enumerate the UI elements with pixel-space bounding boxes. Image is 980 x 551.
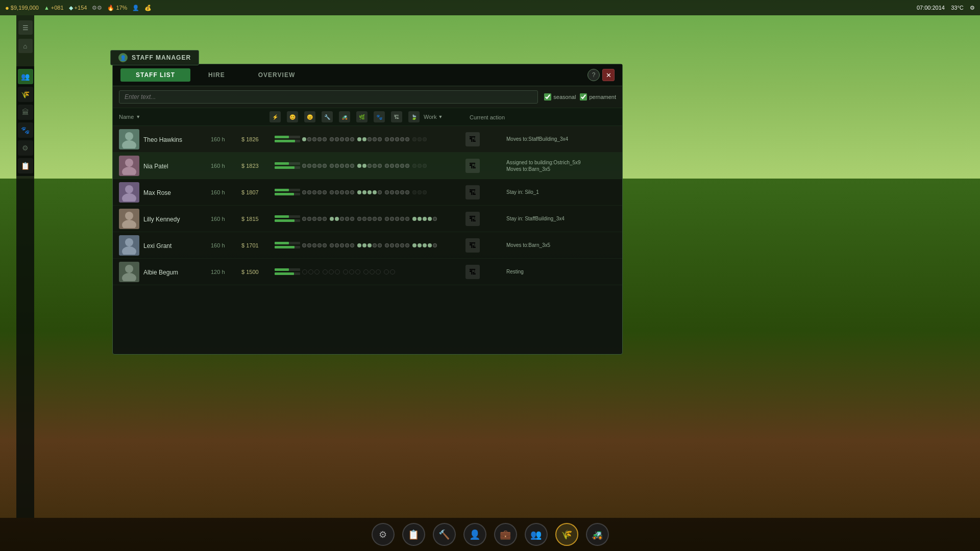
staff-hours: 160 h <box>211 216 241 222</box>
sidebar-btn-building[interactable]: 🏛 <box>18 105 33 120</box>
col-icon-build[interactable]: 🏗 <box>391 111 402 122</box>
bottom-btn-settings[interactable]: ⚙ <box>372 523 395 546</box>
staff-row[interactable]: Theo Hawkins 160 h $ 1826 <box>113 126 622 153</box>
col-header-action: Current action <box>470 112 616 121</box>
col-name-sort[interactable]: ▼ <box>136 114 140 119</box>
tab-hire[interactable]: HIRE <box>193 68 240 82</box>
sidebar-btn-education[interactable]: 📋 <box>18 158 33 173</box>
bottom-btn-build[interactable]: 🔨 <box>433 523 456 546</box>
bottom-btn-finance[interactable]: 💼 <box>494 523 517 546</box>
staff-name: Albie Begum <box>143 269 178 276</box>
dialog-title-icon: 👤 <box>118 53 128 62</box>
staff-name-cell: Theo Hawkins <box>143 135 211 144</box>
col-icon-drive[interactable]: 🚜 <box>339 111 350 122</box>
seasonal-label: seasonal <box>553 94 576 100</box>
sidebar-btn-animal[interactable]: 🐾 <box>18 122 33 138</box>
sidebar-btn-farm[interactable]: 🌾 <box>18 87 33 102</box>
dot-ratings <box>302 217 465 221</box>
col-icon-animal[interactable]: 🐾 <box>374 111 385 122</box>
search-input[interactable] <box>119 90 538 104</box>
help-button[interactable]: ? <box>587 69 600 81</box>
col-action-label: Current action <box>470 114 505 120</box>
action-text: Assigned to building:Ostrich_5x9 Moves t… <box>506 159 581 172</box>
work-cell: 🏗 <box>465 265 506 279</box>
svg-point-0 <box>125 132 133 140</box>
staff-row[interactable]: Lilly Kennedy 160 h $ 1815 🏗 <box>113 206 622 232</box>
work-building-icon: 🏗 <box>465 238 480 253</box>
staff-hours: 160 h <box>211 242 241 248</box>
stat-bars <box>275 162 300 169</box>
staff-salary: $ 1823 <box>241 163 275 169</box>
bottom-btn-notes[interactable]: 📋 <box>402 523 425 546</box>
tab-overview[interactable]: OVERVIEW <box>243 68 310 82</box>
col-icon-tool[interactable]: 🔧 <box>322 111 333 122</box>
avatar <box>119 182 139 203</box>
hud-res2: ◆ +154 <box>69 5 87 11</box>
action-cell: Stay in: Silo_1 <box>506 189 616 195</box>
filter-seasonal: seasonal <box>544 93 576 101</box>
action-cell: Assigned to building:Ostrich_5x9 Moves t… <box>506 159 616 172</box>
col-work-sort[interactable]: ▼ <box>438 114 443 119</box>
hud-currency: ● $9,199,000 <box>5 4 39 12</box>
avatar <box>119 209 139 229</box>
svg-point-11 <box>122 273 136 281</box>
dialog-body: seasonal pernament Name ▼ ⚡ <box>113 86 622 354</box>
dialog-title: STAFF MANAGER <box>132 54 191 61</box>
staff-name-cell: Lexi Grant <box>143 241 211 250</box>
bottom-btn-farm[interactable]: 🌾 <box>555 523 578 546</box>
col-work-label: Work <box>424 114 436 120</box>
hud-time: 07:00:2014 33°C ⚙ <box>917 5 975 11</box>
staff-hours: 160 h <box>211 136 241 142</box>
col-icon-plant[interactable]: 🌿 <box>356 111 368 122</box>
work-building-icon: 🏗 <box>465 185 480 199</box>
avatar <box>119 235 139 256</box>
svg-point-7 <box>122 220 136 228</box>
staff-name-cell: Max Rose <box>143 188 211 197</box>
dot-ratings <box>302 269 465 274</box>
bottom-btn-staff[interactable]: 👥 <box>525 523 548 546</box>
action-cell: Moves to:Barn_3x5 <box>506 242 616 248</box>
action-cell: Stay in: StaffBuilding_3x4 <box>506 215 616 222</box>
nav-home-btn[interactable]: ⌂ <box>18 39 33 53</box>
sidebar-btn-staff[interactable]: 👥 <box>18 69 33 84</box>
col-icon-speed[interactable]: ⚡ <box>270 111 281 122</box>
staff-row[interactable]: Lexi Grant 160 h $ 1701 🏗 <box>113 232 622 259</box>
staff-row[interactable]: Nia Patel 160 h $ 1823 🏗 <box>113 153 622 179</box>
staff-name-cell: Albie Begum <box>143 267 211 277</box>
svg-point-3 <box>122 167 136 175</box>
column-headers: Name ▼ ⚡ 😊 😐 🔧 🚜 🌿 🐾 <box>113 108 622 126</box>
hud-currency-value: $9,199,000 <box>11 5 39 11</box>
col-icon-mood[interactable]: 😐 <box>304 111 315 122</box>
bottom-btn-person[interactable]: 👤 <box>463 523 486 546</box>
col-icon-social[interactable]: 😊 <box>287 111 298 122</box>
col-name-label: Name <box>119 114 134 120</box>
tab-staff-list[interactable]: STAFF LIST <box>120 68 190 82</box>
bottom-btn-vehicle[interactable]: 🚜 <box>586 523 609 546</box>
hud-person: 👤 <box>132 5 139 11</box>
staff-name: Lilly Kennedy <box>143 216 180 223</box>
dot-ratings <box>302 164 465 168</box>
staff-salary: $ 1815 <box>241 216 275 222</box>
svg-point-8 <box>125 238 133 246</box>
search-bar: seasonal pernament <box>113 86 622 108</box>
staff-row[interactable]: Max Rose 160 h $ 1807 🏗 <box>113 179 622 206</box>
nav-menu-btn[interactable]: ☰ <box>18 20 33 35</box>
work-building-icon: 🏗 <box>465 132 480 146</box>
staff-name-cell: Lilly Kennedy <box>143 214 211 223</box>
close-button[interactable]: ✕ <box>602 69 615 81</box>
staff-row[interactable]: Albie Begum 120 h $ 1500 🏗 <box>113 259 622 285</box>
sidebar-btn-factory[interactable]: ⚙ <box>18 140 33 156</box>
svg-point-4 <box>125 185 133 193</box>
svg-point-6 <box>125 212 133 220</box>
top-hud: ● $9,199,000 ▲ +081 ◆ +154 ⚙⚙ 🔥 17% 👤 💰 … <box>0 0 980 15</box>
staff-salary: $ 1701 <box>241 242 275 248</box>
seasonal-checkbox[interactable] <box>544 93 551 101</box>
hud-fire: 🔥 17% <box>107 5 127 11</box>
action-text: Stay in: Silo_1 <box>506 189 539 195</box>
svg-point-1 <box>122 140 136 148</box>
permanent-checkbox[interactable] <box>580 93 587 101</box>
col-icon-nature[interactable]: 🍃 <box>408 111 420 122</box>
work-cell: 🏗 <box>465 238 506 253</box>
work-cell: 🏗 <box>465 159 506 173</box>
action-cell: Moves to:StaffBuilding_3x4 <box>506 136 616 142</box>
